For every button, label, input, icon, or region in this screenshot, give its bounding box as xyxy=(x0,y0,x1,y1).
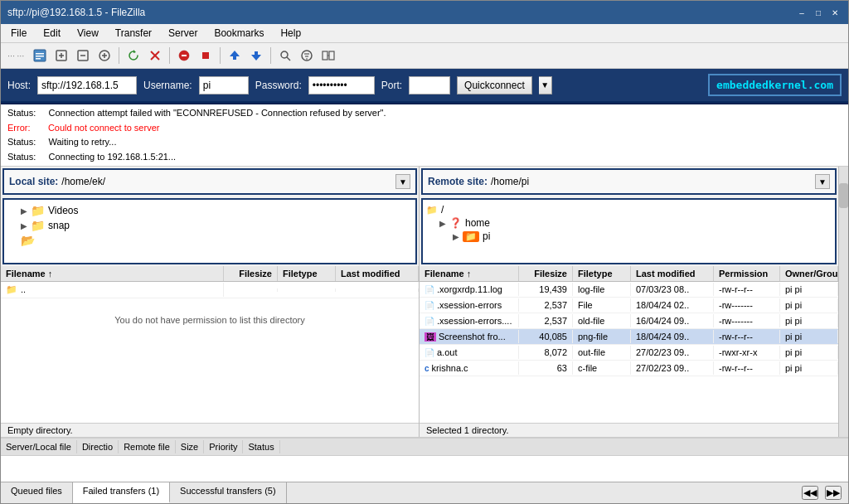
toolbar-btn3[interactable] xyxy=(74,46,92,65)
remote-row-5[interactable]: ckrishna.c 63 c-file 27/02/23 09.. -rw-r… xyxy=(420,361,838,376)
transfer-queue-header: Server/Local file Directio Remote file S… xyxy=(1,439,848,456)
local-col-filename[interactable]: Filename ↑ xyxy=(1,266,224,281)
status-line4: Status: Connecting to 192.168.1.5:21... xyxy=(7,150,842,165)
toolbar-open-site-manager[interactable] xyxy=(31,46,49,65)
tab-queued[interactable]: Queued files xyxy=(1,482,73,503)
quickconnect-button[interactable]: Quickconnect xyxy=(457,76,532,94)
remote-row-1[interactable]: 📄.xsession-errors 2,537 File 18/04/24 02… xyxy=(420,298,838,313)
toolbar-upload[interactable] xyxy=(226,46,244,65)
toolbar-btn2[interactable] xyxy=(52,46,70,65)
menu-bookmarks[interactable]: Bookmarks xyxy=(211,26,267,41)
local-filetype-dotdot xyxy=(278,288,336,292)
main-scrollbar[interactable] xyxy=(838,167,848,437)
local-col-lastmod[interactable]: Last modified xyxy=(336,266,419,281)
tab-controls: ◀◀ ▶▶ xyxy=(795,482,848,503)
toolbar-cancel[interactable] xyxy=(175,46,193,65)
brand-logo: embeddedkernel.com xyxy=(708,74,842,96)
tab-successful[interactable]: Successful transfers (5) xyxy=(170,482,287,503)
menu-server[interactable]: Server xyxy=(165,26,201,41)
remote-site-dropdown[interactable]: ▼ xyxy=(815,174,830,189)
svg-rect-21 xyxy=(255,51,258,55)
local-panel: Local site: ▼ ▶ 📁 Videos ▶ 📁 snap xyxy=(1,167,420,437)
close-button[interactable]: ✕ xyxy=(828,6,842,19)
remote-filesize-3: 40,085 xyxy=(519,330,573,343)
tab-failed[interactable]: Failed transfers (1) xyxy=(73,482,170,503)
menu-transfer[interactable]: Transfer xyxy=(112,26,155,41)
svg-rect-19 xyxy=(233,56,236,60)
local-site-input[interactable] xyxy=(61,173,392,190)
tab-prev-btn[interactable]: ◀◀ xyxy=(802,486,818,500)
remote-col-permission[interactable]: Permission xyxy=(714,266,780,281)
remote-filetype-3: png-file xyxy=(573,330,631,343)
remote-perm-2: -rw------- xyxy=(714,314,780,327)
toolbar-download[interactable] xyxy=(247,46,265,65)
scrollbar-thumb[interactable] xyxy=(839,183,848,208)
tree-item-misc[interactable]: 📂 xyxy=(21,233,412,248)
remote-row-4[interactable]: 📄a.out 8,072 out-file 27/02/23 09.. -rwx… xyxy=(420,345,838,361)
toolbar-reconnect[interactable] xyxy=(124,46,143,65)
remote-row-2[interactable]: 📄.xsession-errors.... 2,537 old-file 16/… xyxy=(420,313,838,329)
tree-item-root[interactable]: 📁 / xyxy=(426,203,832,216)
toolbar-sep2 xyxy=(169,47,170,64)
tab-next-btn[interactable]: ▶▶ xyxy=(825,486,842,500)
menu-help[interactable]: Help xyxy=(277,26,304,41)
remote-owner-1: pi pi xyxy=(780,298,838,312)
remote-row-0[interactable]: 📄.xorgxrdp.11.log 19,439 log-file 07/03/… xyxy=(420,282,838,298)
tq-col-direction: Directio xyxy=(77,440,119,453)
remote-col-filesize[interactable]: Filesize xyxy=(519,266,573,281)
toolbar-btn4[interactable] xyxy=(95,46,114,65)
toolbar-directory-comparison[interactable] xyxy=(319,46,337,65)
svg-marker-20 xyxy=(251,55,261,61)
remote-filetype-0: log-file xyxy=(573,283,631,296)
remote-filename-2: 📄.xsession-errors.... xyxy=(420,314,519,327)
local-col-filetype[interactable]: Filetype xyxy=(278,266,336,281)
remote-perm-3: -rw-r--r-- xyxy=(714,330,780,343)
local-filename-dotdot: 📁.. xyxy=(1,283,224,297)
svg-rect-2 xyxy=(36,56,44,57)
menu-edit[interactable]: Edit xyxy=(40,26,64,41)
svg-rect-3 xyxy=(36,58,41,60)
status-text1: Connection attempt failed with "ECONNREF… xyxy=(49,108,386,118)
remote-filename-4: 📄a.out xyxy=(420,346,519,359)
local-site-dropdown[interactable]: ▼ xyxy=(395,174,410,189)
username-label: Username: xyxy=(143,80,192,91)
file-icon-5: c xyxy=(424,364,429,373)
remote-filesize-4: 8,072 xyxy=(519,346,573,359)
tq-col-status: Status xyxy=(243,440,279,453)
quickconnect-dropdown[interactable]: ▼ xyxy=(539,76,552,94)
tree-arrow-home: ▶ xyxy=(439,219,446,228)
port-input[interactable] xyxy=(409,76,450,94)
status-text4: Connecting to 192.168.1.5:21... xyxy=(49,152,177,162)
remote-col-filetype[interactable]: Filetype xyxy=(573,266,631,281)
tree-item-pi[interactable]: ▶ 📁 pi xyxy=(453,230,832,243)
menu-view[interactable]: View xyxy=(74,26,102,41)
local-col-filesize[interactable]: Filesize xyxy=(224,266,278,281)
remote-col-lastmod[interactable]: Last modified xyxy=(631,266,714,281)
tree-item-home[interactable]: ▶ ❓ home xyxy=(439,216,832,230)
remote-site-input[interactable] xyxy=(491,173,812,190)
remote-col-filename[interactable]: Filename ↑ xyxy=(420,266,519,281)
remote-filetype-1: File xyxy=(573,298,631,312)
tq-col-serverfile: Server/Local file xyxy=(1,440,77,453)
error-text: Could not connect to server xyxy=(48,123,160,133)
local-file-row-dotdot[interactable]: 📁.. xyxy=(1,282,419,298)
menu-file[interactable]: File xyxy=(7,26,30,41)
remote-owner-5: pi pi xyxy=(780,361,838,375)
tree-item-videos[interactable]: ▶ 📁 Videos xyxy=(21,203,412,218)
toolbar-search[interactable] xyxy=(276,46,294,65)
tree-item-snap[interactable]: ▶ 📁 snap xyxy=(21,218,412,233)
folder-icon-snap: 📁 xyxy=(31,219,45,232)
remote-site-label: Remote site: xyxy=(428,176,488,187)
password-input[interactable] xyxy=(308,76,375,94)
folder-icon-home: ❓ xyxy=(449,217,462,229)
username-input[interactable] xyxy=(199,76,249,94)
toolbar-stop[interactable] xyxy=(196,46,215,65)
toolbar-disconnect[interactable] xyxy=(146,46,164,65)
remote-col-owner[interactable]: Owner/Grou xyxy=(780,266,838,281)
remote-row-3[interactable]: 🖼Screenshot fro... 40,085 png-file 18/04… xyxy=(420,329,838,345)
local-file-tree: ▶ 📁 Videos ▶ 📁 snap 📂 xyxy=(2,198,417,264)
toolbar-filter[interactable] xyxy=(298,46,316,65)
minimize-button[interactable]: – xyxy=(795,6,808,19)
maximize-button[interactable]: □ xyxy=(812,6,825,19)
host-input[interactable] xyxy=(37,76,137,94)
